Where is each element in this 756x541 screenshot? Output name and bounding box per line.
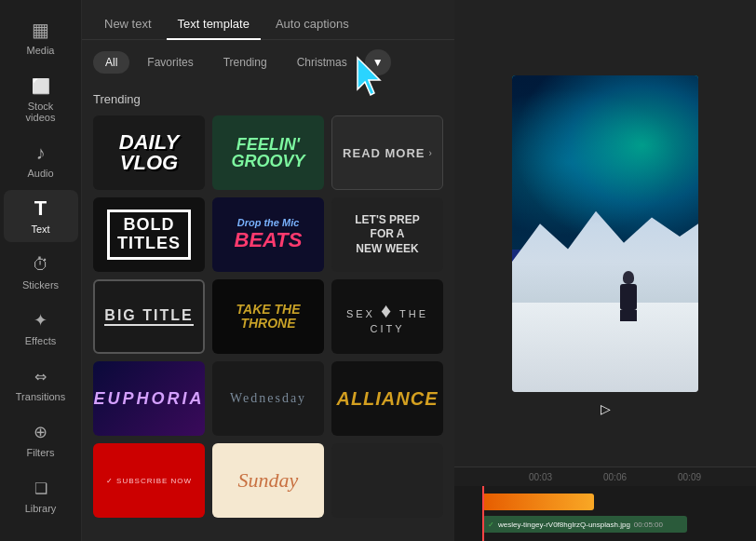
- sidebar: ▦ Media ⬜ Stock videos ♪ Audio T Text ⏱ …: [0, 0, 82, 541]
- sidebar-item-filters[interactable]: ⊕ Filters: [4, 413, 78, 466]
- stock-icon: ⬜: [30, 74, 52, 97]
- sidebar-label-library: Library: [25, 503, 57, 514]
- preview-main: ▷: [454, 0, 756, 467]
- track-clip-image[interactable]: ✓ wesley-tingey-rV0f8hgIrzQ-unsplash.jpg…: [482, 516, 687, 533]
- media-icon: ▦: [30, 19, 52, 41]
- filter-dropdown-button[interactable]: ▼: [365, 49, 391, 75]
- sidebar-item-stock[interactable]: ⬜ Stock videos: [4, 67, 78, 130]
- sidebar-item-audio[interactable]: ♪ Audio: [4, 134, 78, 186]
- template-drop-beats-bottom: BEATS: [235, 228, 303, 252]
- sidebar-label-transitions: Transitions: [16, 391, 65, 402]
- sidebar-item-media[interactable]: ▦ Media: [4, 11, 78, 63]
- template-take-throne-text: TAKE THETHRONE: [236, 303, 301, 331]
- filters-icon: ⊕: [30, 421, 52, 443]
- template-content: Trending DAILYVLOG FEELIN'GROOVY READ MO…: [82, 85, 454, 541]
- filter-christmas[interactable]: Christmas: [285, 51, 359, 74]
- timeline-marker-3: 00:09: [678, 472, 701, 482]
- template-wednesday-text: Wednesday: [230, 391, 306, 406]
- audio-icon: ♪: [30, 142, 52, 164]
- template-feelin-groovy-text: FEELIN'GROOVY: [231, 136, 304, 169]
- template-lets-prep-text: LET'S PREPFOR ANEW WEEK: [355, 213, 420, 257]
- timeline: 00:03 00:06 00:09 ✓ wesley-tingey-rV0f8h…: [454, 467, 756, 541]
- template-big-title[interactable]: BIG TITLE: [93, 279, 205, 354]
- template-wednesday[interactable]: Wednesday: [212, 361, 324, 436]
- filter-favorites[interactable]: Favorites: [135, 51, 205, 74]
- template-bold-titles[interactable]: BOLDTITLES: [93, 197, 205, 272]
- text-icon: T: [30, 197, 52, 220]
- sidebar-label-stock: Stock videos: [13, 101, 69, 123]
- person-silhouette: [614, 271, 642, 322]
- effects-icon: ✦: [30, 309, 52, 331]
- filter-all[interactable]: All: [93, 51, 129, 74]
- preview-area: ▷ 00:03 00:06 00:09 ✓ wesley-tingey-rV0f…: [454, 0, 756, 541]
- template-big-title-text: BIG TITLE: [104, 307, 193, 326]
- template-read-more-text: READ MORE: [343, 146, 425, 160]
- preview-image: [512, 75, 698, 392]
- tab-text-template[interactable]: Text template: [167, 9, 261, 40]
- person-legs: [620, 310, 637, 321]
- person-head: [623, 271, 634, 284]
- filter-trending[interactable]: Trending: [211, 51, 279, 74]
- template-alliance[interactable]: ALLIANCE: [331, 361, 443, 436]
- sidebar-label-media: Media: [27, 45, 55, 56]
- main-panel: New text Text template Auto captions All…: [82, 0, 454, 541]
- sidebar-label-text: Text: [31, 223, 49, 235]
- sidebar-item-library[interactable]: ❑ Library: [4, 469, 78, 521]
- tab-auto-captions[interactable]: Auto captions: [264, 9, 360, 40]
- template-daily-vlog[interactable]: DAILYVLOG: [93, 115, 205, 190]
- snow-ground: [512, 303, 698, 391]
- section-title-trending: Trending: [93, 92, 443, 106]
- track-checkmark-icon: ✓: [488, 521, 494, 529]
- transitions-icon: ⇔: [30, 365, 52, 387]
- sidebar-label-filters: Filters: [27, 447, 55, 458]
- template-sunday[interactable]: Sunday: [212, 443, 324, 518]
- track-video: [454, 492, 756, 512]
- template-grid: DAILYVLOG FEELIN'GROOVY READ MORE › BOLD…: [93, 115, 443, 518]
- sidebar-item-stickers[interactable]: ⏱ Stickers: [4, 246, 78, 298]
- timeline-marker-2: 00:06: [603, 472, 627, 482]
- sidebar-item-text[interactable]: T Text: [4, 190, 78, 242]
- template-sunday-text: Sunday: [238, 468, 299, 493]
- template-daily-vlog-text: DAILYVLOG: [119, 132, 179, 173]
- track-image: ✓ wesley-tingey-rV0f8hgIrzQ-unsplash.jpg…: [454, 514, 756, 534]
- timeline-ruler: 00:03 00:06 00:09: [454, 467, 756, 486]
- template-euphoria[interactable]: EUPHORIA: [93, 361, 205, 436]
- play-button[interactable]: ▷: [594, 398, 616, 420]
- timeline-marker-1: 00:03: [529, 472, 552, 482]
- sidebar-item-transitions[interactable]: ⇔ Transitions: [4, 358, 78, 410]
- template-feelin-groovy[interactable]: FEELIN'GROOVY: [212, 115, 324, 190]
- sidebar-item-effects[interactable]: ✦ Effects: [4, 302, 78, 354]
- library-icon: ❑: [30, 477, 52, 499]
- template-subscribe[interactable]: ✓ SUBSCRIBE NOW: [93, 443, 205, 518]
- person-body: [620, 284, 637, 310]
- template-drop-beats[interactable]: Drop the Mic BEATS: [212, 197, 324, 272]
- template-subscribe-sub: ✓ SUBSCRIBE NOW: [106, 477, 192, 485]
- stickers-icon: ⏱: [30, 253, 52, 276]
- tab-bar: New text Text template Auto captions: [82, 0, 454, 40]
- template-lets-prep[interactable]: LET'S PREPFOR ANEW WEEK: [331, 197, 443, 272]
- track-clip-filename: wesley-tingey-rV0f8hgIrzQ-unsplash.jpg: [498, 521, 630, 529]
- template-sex-city-text: SEX ♦ THE CITY: [331, 299, 443, 334]
- template-drop-beats-top: Drop the Mic: [235, 218, 303, 228]
- timeline-tracks: ✓ wesley-tingey-rV0f8hgIrzQ-unsplash.jpg…: [454, 486, 756, 541]
- track-clip-duration: 00:05:00: [634, 521, 663, 529]
- filter-bar: All Favorites Trending Christmas ▼: [82, 40, 454, 85]
- sidebar-label-audio: Audio: [27, 168, 53, 179]
- template-read-more[interactable]: READ MORE ›: [331, 115, 443, 190]
- tab-new-text[interactable]: New text: [93, 9, 163, 40]
- template-alliance-text: ALLIANCE: [336, 388, 438, 410]
- template-take-throne[interactable]: TAKE THETHRONE: [212, 279, 324, 354]
- template-euphoria-text: EUPHORIA: [93, 389, 204, 409]
- timeline-playhead: [482, 486, 484, 541]
- track-clip-orange[interactable]: [482, 494, 594, 510]
- sidebar-label-effects: Effects: [25, 335, 56, 346]
- template-bold-titles-text: BOLDTITLES: [107, 210, 191, 260]
- template-empty[interactable]: [331, 443, 443, 518]
- template-read-more-arrow: ›: [429, 148, 432, 158]
- sidebar-label-stickers: Stickers: [22, 279, 59, 291]
- template-sex-city[interactable]: SEX ♦ THE CITY: [331, 279, 443, 354]
